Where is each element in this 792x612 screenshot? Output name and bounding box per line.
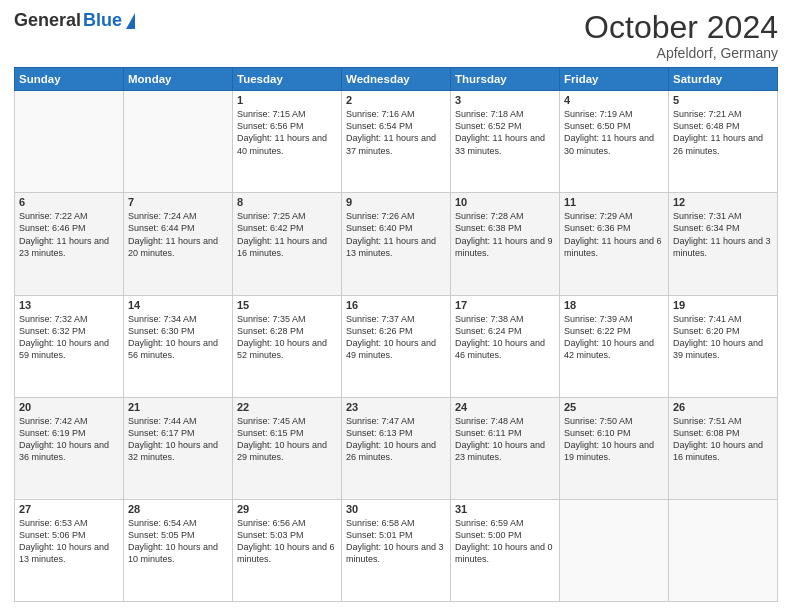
day-info: Sunrise: 7:29 AM Sunset: 6:36 PM Dayligh… <box>564 210 664 259</box>
day-number: 12 <box>673 196 773 208</box>
calendar-week-row: 13Sunrise: 7:32 AM Sunset: 6:32 PM Dayli… <box>15 295 778 397</box>
calendar-week-row: 27Sunrise: 6:53 AM Sunset: 5:06 PM Dayli… <box>15 499 778 601</box>
day-number: 26 <box>673 401 773 413</box>
day-number: 16 <box>346 299 446 311</box>
day-number: 31 <box>455 503 555 515</box>
day-number: 2 <box>346 94 446 106</box>
calendar-cell: 2Sunrise: 7:16 AM Sunset: 6:54 PM Daylig… <box>342 91 451 193</box>
calendar-header-sunday: Sunday <box>15 68 124 91</box>
calendar-cell: 15Sunrise: 7:35 AM Sunset: 6:28 PM Dayli… <box>233 295 342 397</box>
day-info: Sunrise: 7:34 AM Sunset: 6:30 PM Dayligh… <box>128 313 228 362</box>
calendar-header-thursday: Thursday <box>451 68 560 91</box>
day-info: Sunrise: 7:31 AM Sunset: 6:34 PM Dayligh… <box>673 210 773 259</box>
calendar-cell: 14Sunrise: 7:34 AM Sunset: 6:30 PM Dayli… <box>124 295 233 397</box>
day-info: Sunrise: 7:50 AM Sunset: 6:10 PM Dayligh… <box>564 415 664 464</box>
logo: GeneralBlue <box>14 10 135 31</box>
calendar-cell: 24Sunrise: 7:48 AM Sunset: 6:11 PM Dayli… <box>451 397 560 499</box>
calendar-cell: 20Sunrise: 7:42 AM Sunset: 6:19 PM Dayli… <box>15 397 124 499</box>
day-info: Sunrise: 7:26 AM Sunset: 6:40 PM Dayligh… <box>346 210 446 259</box>
calendar-cell: 1Sunrise: 7:15 AM Sunset: 6:56 PM Daylig… <box>233 91 342 193</box>
calendar-cell: 5Sunrise: 7:21 AM Sunset: 6:48 PM Daylig… <box>669 91 778 193</box>
day-number: 15 <box>237 299 337 311</box>
day-info: Sunrise: 7:44 AM Sunset: 6:17 PM Dayligh… <box>128 415 228 464</box>
logo-text: GeneralBlue <box>14 10 135 31</box>
day-number: 5 <box>673 94 773 106</box>
calendar-header-wednesday: Wednesday <box>342 68 451 91</box>
day-info: Sunrise: 7:45 AM Sunset: 6:15 PM Dayligh… <box>237 415 337 464</box>
day-info: Sunrise: 7:22 AM Sunset: 6:46 PM Dayligh… <box>19 210 119 259</box>
day-number: 28 <box>128 503 228 515</box>
day-number: 18 <box>564 299 664 311</box>
day-info: Sunrise: 7:28 AM Sunset: 6:38 PM Dayligh… <box>455 210 555 259</box>
day-number: 17 <box>455 299 555 311</box>
calendar-cell: 10Sunrise: 7:28 AM Sunset: 6:38 PM Dayli… <box>451 193 560 295</box>
calendar-cell <box>560 499 669 601</box>
day-info: Sunrise: 7:47 AM Sunset: 6:13 PM Dayligh… <box>346 415 446 464</box>
day-number: 3 <box>455 94 555 106</box>
calendar-header-saturday: Saturday <box>669 68 778 91</box>
calendar-cell: 30Sunrise: 6:58 AM Sunset: 5:01 PM Dayli… <box>342 499 451 601</box>
day-info: Sunrise: 6:56 AM Sunset: 5:03 PM Dayligh… <box>237 517 337 566</box>
calendar-header-friday: Friday <box>560 68 669 91</box>
day-number: 13 <box>19 299 119 311</box>
day-info: Sunrise: 7:16 AM Sunset: 6:54 PM Dayligh… <box>346 108 446 157</box>
day-info: Sunrise: 7:35 AM Sunset: 6:28 PM Dayligh… <box>237 313 337 362</box>
month-title: October 2024 <box>584 10 778 45</box>
day-number: 22 <box>237 401 337 413</box>
calendar-cell: 11Sunrise: 7:29 AM Sunset: 6:36 PM Dayli… <box>560 193 669 295</box>
day-number: 29 <box>237 503 337 515</box>
calendar-cell: 6Sunrise: 7:22 AM Sunset: 6:46 PM Daylig… <box>15 193 124 295</box>
day-number: 21 <box>128 401 228 413</box>
day-number: 8 <box>237 196 337 208</box>
calendar-cell: 19Sunrise: 7:41 AM Sunset: 6:20 PM Dayli… <box>669 295 778 397</box>
calendar-cell: 28Sunrise: 6:54 AM Sunset: 5:05 PM Dayli… <box>124 499 233 601</box>
day-info: Sunrise: 7:32 AM Sunset: 6:32 PM Dayligh… <box>19 313 119 362</box>
day-number: 23 <box>346 401 446 413</box>
calendar-week-row: 1Sunrise: 7:15 AM Sunset: 6:56 PM Daylig… <box>15 91 778 193</box>
calendar-week-row: 6Sunrise: 7:22 AM Sunset: 6:46 PM Daylig… <box>15 193 778 295</box>
day-number: 24 <box>455 401 555 413</box>
calendar-cell: 22Sunrise: 7:45 AM Sunset: 6:15 PM Dayli… <box>233 397 342 499</box>
day-info: Sunrise: 7:15 AM Sunset: 6:56 PM Dayligh… <box>237 108 337 157</box>
calendar-cell: 21Sunrise: 7:44 AM Sunset: 6:17 PM Dayli… <box>124 397 233 499</box>
day-info: Sunrise: 7:42 AM Sunset: 6:19 PM Dayligh… <box>19 415 119 464</box>
day-info: Sunrise: 7:37 AM Sunset: 6:26 PM Dayligh… <box>346 313 446 362</box>
day-number: 25 <box>564 401 664 413</box>
title-block: October 2024 Apfeldorf, Germany <box>584 10 778 61</box>
calendar-cell: 29Sunrise: 6:56 AM Sunset: 5:03 PM Dayli… <box>233 499 342 601</box>
logo-general: General <box>14 10 81 31</box>
day-number: 4 <box>564 94 664 106</box>
calendar-header-row: SundayMondayTuesdayWednesdayThursdayFrid… <box>15 68 778 91</box>
day-number: 14 <box>128 299 228 311</box>
calendar-cell: 31Sunrise: 6:59 AM Sunset: 5:00 PM Dayli… <box>451 499 560 601</box>
day-info: Sunrise: 7:51 AM Sunset: 6:08 PM Dayligh… <box>673 415 773 464</box>
calendar-cell <box>124 91 233 193</box>
header: GeneralBlue October 2024 Apfeldorf, Germ… <box>14 10 778 61</box>
day-number: 27 <box>19 503 119 515</box>
calendar-header-tuesday: Tuesday <box>233 68 342 91</box>
calendar-header-monday: Monday <box>124 68 233 91</box>
day-info: Sunrise: 7:18 AM Sunset: 6:52 PM Dayligh… <box>455 108 555 157</box>
calendar-week-row: 20Sunrise: 7:42 AM Sunset: 6:19 PM Dayli… <box>15 397 778 499</box>
day-info: Sunrise: 6:59 AM Sunset: 5:00 PM Dayligh… <box>455 517 555 566</box>
calendar-cell: 4Sunrise: 7:19 AM Sunset: 6:50 PM Daylig… <box>560 91 669 193</box>
calendar-cell: 16Sunrise: 7:37 AM Sunset: 6:26 PM Dayli… <box>342 295 451 397</box>
calendar-cell: 12Sunrise: 7:31 AM Sunset: 6:34 PM Dayli… <box>669 193 778 295</box>
calendar-cell: 25Sunrise: 7:50 AM Sunset: 6:10 PM Dayli… <box>560 397 669 499</box>
calendar-cell: 13Sunrise: 7:32 AM Sunset: 6:32 PM Dayli… <box>15 295 124 397</box>
day-number: 1 <box>237 94 337 106</box>
day-number: 30 <box>346 503 446 515</box>
calendar-cell <box>15 91 124 193</box>
calendar-cell <box>669 499 778 601</box>
day-number: 10 <box>455 196 555 208</box>
day-info: Sunrise: 7:24 AM Sunset: 6:44 PM Dayligh… <box>128 210 228 259</box>
calendar-cell: 7Sunrise: 7:24 AM Sunset: 6:44 PM Daylig… <box>124 193 233 295</box>
day-number: 20 <box>19 401 119 413</box>
calendar-cell: 18Sunrise: 7:39 AM Sunset: 6:22 PM Dayli… <box>560 295 669 397</box>
day-info: Sunrise: 7:38 AM Sunset: 6:24 PM Dayligh… <box>455 313 555 362</box>
calendar-cell: 9Sunrise: 7:26 AM Sunset: 6:40 PM Daylig… <box>342 193 451 295</box>
location: Apfeldorf, Germany <box>584 45 778 61</box>
day-number: 6 <box>19 196 119 208</box>
page: GeneralBlue October 2024 Apfeldorf, Germ… <box>0 0 792 612</box>
day-info: Sunrise: 7:39 AM Sunset: 6:22 PM Dayligh… <box>564 313 664 362</box>
